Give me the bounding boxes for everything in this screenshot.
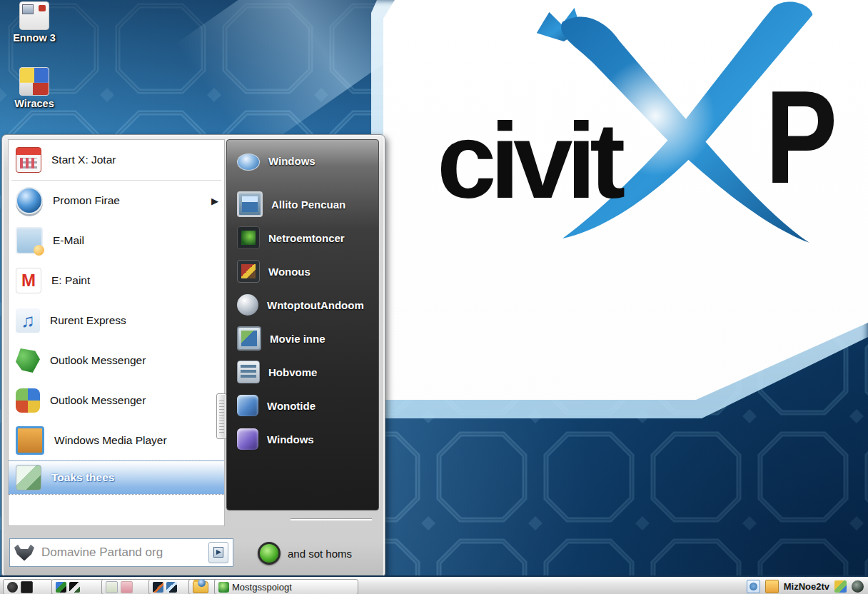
tray-messenger-icon[interactable] [747, 580, 760, 593]
taskbar: Mostgsspoiogt MizNoe2tv [0, 575, 868, 594]
menu-item-label: Movie inne [270, 333, 326, 345]
desktop-icon-wiraces[interactable]: Wiraces [0, 67, 69, 109]
menu-item-label: Outlook Messenger [50, 394, 146, 407]
quicklaunch-button-3[interactable] [101, 579, 151, 594]
menu-item-allito-pencuan[interactable]: Allito Pencuan [227, 192, 378, 216]
menu-item-label: Outlook Messenger [50, 354, 146, 367]
round-app-icon [7, 582, 18, 593]
menu-item-label: Windows [267, 433, 314, 446]
server-icon [237, 361, 260, 383]
menu-item-windows-bottom[interactable]: Windows [227, 427, 378, 451]
task-button-mostgsspoiogt[interactable]: Mostgsspoiogt [214, 579, 358, 594]
menu-item-label: Wonotide [267, 400, 316, 412]
logo-p-letter: P [765, 71, 837, 203]
document-app-icon [106, 581, 118, 593]
menu-item-label: Allito Pencuan [271, 198, 345, 211]
globe-icon [198, 579, 206, 587]
menu-item-label: Rurent Express [50, 314, 126, 327]
media-app-icon [153, 582, 163, 593]
color-balls-icon [16, 388, 40, 413]
menu-item-label: Netroemtoncer [268, 232, 345, 244]
shutdown-label: and sot homs [288, 548, 352, 560]
menu-item-label: Toaks thees [51, 471, 114, 484]
screen: civit P Ennow 3 Wiraces Start X: Jotar P… [0, 0, 868, 594]
screen-app-icon [166, 582, 177, 593]
search-input[interactable]: Domavine Partand org [41, 545, 201, 560]
blue-cube-icon [237, 395, 258, 416]
purple-cube-icon [237, 428, 258, 450]
menu-item-e-paint[interactable]: M E: Paint [9, 261, 224, 301]
menu-item-hobvome[interactable]: Hobvome [227, 360, 378, 384]
menu-item-wonous[interactable]: Wonous [227, 259, 378, 283]
menu-item-netroemtoncer[interactable]: Netroemtoncer [227, 226, 378, 250]
quicklaunch-button-2[interactable] [51, 579, 106, 594]
art-app-icon [56, 582, 66, 593]
tray-color-icon[interactable] [834, 580, 847, 593]
media-player-tile-icon [16, 426, 44, 455]
desktop-icon-label: Wiraces [0, 98, 69, 109]
menu-item-toaks-thees-highlighted[interactable]: Toaks thees [9, 460, 224, 495]
menu-item-promon-firae[interactable]: Promon Firae ▶ [9, 181, 224, 221]
menu-item-label: E: Paint [51, 274, 90, 287]
quicklaunch-button-4[interactable] [148, 579, 193, 594]
calendar-icon [16, 147, 41, 173]
gmail-icon: M [16, 268, 41, 293]
desktop-icon-label: Ennow 3 [0, 32, 69, 44]
menu-item-label: Wonous [268, 266, 311, 278]
menu-scrollbar-thumb[interactable] [216, 393, 227, 439]
dark-app-icon [21, 581, 33, 593]
media-orb-icon [16, 187, 43, 214]
menu-item-wntoptoutandoom[interactable]: WntoptoutAndoom [227, 293, 378, 317]
dark-green-icon [237, 226, 260, 249]
menu-item-rurent-express[interactable]: ♫ Rurent Express [9, 301, 224, 341]
tray-status-text: MizNoe2tv [784, 581, 829, 592]
menu-item-label: E-Mail [53, 234, 84, 247]
tray-clipboard-icon[interactable] [765, 580, 779, 593]
menu-item-outlook-messenger-1[interactable]: Outlook Messenger [9, 341, 224, 381]
green-power-icon [258, 542, 281, 565]
picture-icon [16, 227, 43, 254]
pink-app-icon [121, 581, 133, 593]
menu-item-label: Start X: Jotar [51, 153, 116, 166]
task-app-icon [218, 582, 229, 593]
menu-item-outlook-messenger-2[interactable]: Outlook Messenger [9, 381, 224, 421]
search-go-button[interactable] [208, 542, 228, 563]
desktop-icon-ennow[interactable]: Ennow 3 [0, 1, 69, 44]
start-menu-left-column: Start X: Jotar Promon Firae ▶ E-Mail M E… [8, 139, 225, 526]
quicklaunch-button-1[interactable] [3, 579, 53, 594]
menu-item-label: Windows [268, 155, 316, 167]
monitor-icon [237, 326, 261, 351]
menu-item-label: Hobvome [268, 366, 317, 378]
framed-photo-icon [237, 260, 260, 283]
menu-footer-divider [291, 519, 372, 520]
submenu-arrow-icon: ▶ [211, 196, 218, 206]
menu-item-label: Windows Media Player [54, 434, 167, 447]
music-notes-icon: ♫ [16, 308, 40, 333]
search-box[interactable]: Domavine Partand org [9, 538, 233, 567]
green-puzzle-icon [16, 348, 40, 373]
menu-item-label: Promon Firae [53, 194, 120, 207]
ennow-app-icon [19, 1, 49, 30]
menu-item-email[interactable]: E-Mail [9, 221, 224, 261]
task-button-label: Mostgsspoiogt [232, 582, 292, 593]
photo-tile-icon [16, 465, 41, 490]
menu-item-windows-media-player[interactable]: Windows Media Player [9, 421, 224, 460]
start-menu: Start X: Jotar Promon Firae ▶ E-Mail M E… [1, 134, 385, 578]
menu-item-windows-top[interactable]: Windows [227, 148, 378, 173]
silver-helmet-icon [237, 294, 258, 316]
wiraces-app-icon [19, 67, 49, 96]
tray-round-icon[interactable] [852, 580, 864, 593]
photo-app-icon [69, 582, 80, 593]
shutdown-item[interactable]: and sot homs [258, 542, 352, 565]
blue-window-icon [237, 191, 263, 217]
start-menu-right-column: Windows Allito Pencuan Netroemtoncer Won… [226, 139, 379, 510]
menu-item-start-x-jotar[interactable]: Start X: Jotar [9, 140, 224, 180]
logo-wordmark: civit [437, 107, 619, 214]
menu-item-movie-inne[interactable]: Movie inne [227, 326, 378, 351]
menu-item-label: WntoptoutAndoom [267, 299, 364, 311]
fox-icon [14, 545, 34, 561]
blue-orb-icon [237, 153, 260, 171]
system-tray: MizNoe2tv [747, 579, 864, 593]
menu-item-wonotide[interactable]: Wonotide [227, 393, 378, 418]
